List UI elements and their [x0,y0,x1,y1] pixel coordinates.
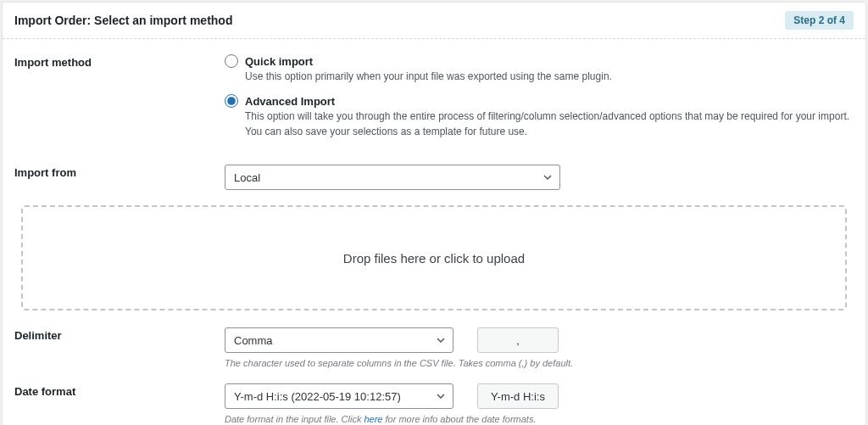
delimiter-preview: , [477,327,559,353]
row-import-method: Import method Quick import Use this opti… [14,54,854,149]
radio-advanced-import[interactable]: Advanced Import [225,94,854,108]
chevron-down-icon [542,172,553,182]
date-format-preview: Y-m-d H:i:s [477,383,559,409]
dropzone-text: Drop files here or click to upload [343,251,525,266]
radio-quick-import-input[interactable] [225,54,238,68]
delimiter-hint: The character used to separate columns i… [225,358,854,368]
row-import-from: Import from Local [14,165,854,190]
date-format-selected: Y-m-d H:i:s (2022-05-19 10:12:57) [234,390,401,403]
label-date-format: Date format [14,383,225,398]
field-import-method: Quick import Use this option primarily w… [225,54,854,149]
date-controls: Y-m-d H:i:s (2022-05-19 10:12:57) Y-m-d … [225,383,854,409]
label-import-method: Import method [14,54,225,69]
delimiter-controls: Comma , [225,327,854,353]
label-import-from: Import from [14,165,225,179]
panel-body: Import method Quick import Use this opti… [3,39,865,425]
date-hint-before: Date format in the input file. Click [225,414,364,424]
field-import-from: Local [225,165,854,190]
radio-advanced-import-input[interactable] [225,94,238,108]
radio-quick-import-desc: Use this option primarily when your inpu… [245,70,854,84]
row-delimiter: Delimiter Comma , The character used to … [14,327,854,368]
delimiter-select[interactable]: Comma [225,327,453,353]
import-from-selected: Local [234,171,260,184]
dropzone-row: Drop files here or click to upload [21,205,847,310]
chevron-down-icon [436,391,446,401]
radio-advanced-import-block: Advanced Import This option will take yo… [225,94,854,139]
date-hint-after: for more info about the date formats. [383,414,537,424]
delimiter-selected: Comma [234,334,273,347]
import-panel: Import Order: Select an import method St… [2,2,866,425]
field-date-format: Y-m-d H:i:s (2022-05-19 10:12:57) Y-m-d … [225,383,854,424]
page-title: Import Order: Select an import method [14,14,232,27]
panel-header: Import Order: Select an import method St… [3,3,865,39]
radio-advanced-import-title: Advanced Import [245,95,335,108]
radio-quick-import-block: Quick import Use this option primarily w… [225,54,854,84]
date-format-hint: Date format in the input file. Click her… [225,414,854,424]
date-hint-link[interactable]: here [364,414,382,424]
import-from-select[interactable]: Local [225,165,560,190]
field-delimiter: Comma , The character used to separate c… [225,327,854,368]
file-dropzone[interactable]: Drop files here or click to upload [21,205,847,310]
date-format-select[interactable]: Y-m-d H:i:s (2022-05-19 10:12:57) [225,383,453,409]
chevron-down-icon [436,335,446,345]
radio-advanced-import-desc: This option will take you through the en… [245,109,854,139]
radio-quick-import[interactable]: Quick import [225,54,854,68]
label-delimiter: Delimiter [14,327,225,342]
step-badge: Step 2 of 4 [785,11,854,30]
row-date-format: Date format Y-m-d H:i:s (2022-05-19 10:1… [14,383,854,424]
radio-quick-import-title: Quick import [245,55,313,68]
